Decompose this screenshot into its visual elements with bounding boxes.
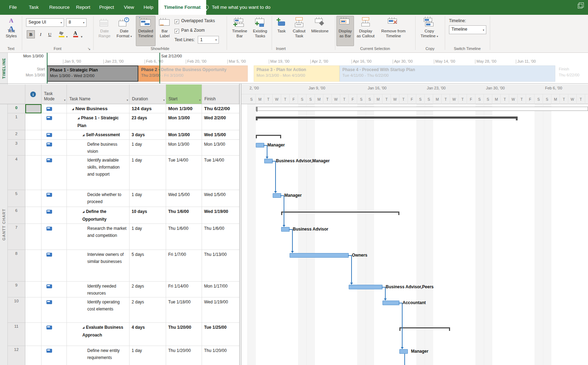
- insert-task-button[interactable]: Task: [274, 16, 289, 46]
- finish-cell[interactable]: Wed 1/5/00: [202, 130, 239, 140]
- info-cell[interactable]: [25, 140, 42, 156]
- task-name-cell[interactable]: Identify available skills, information a…: [67, 156, 129, 190]
- duration-cell[interactable]: 1 day: [129, 156, 166, 190]
- row-number[interactable]: 10: [8, 297, 25, 323]
- phase-summary-bar[interactable]: [256, 117, 518, 119]
- filter-arrow-icon[interactable]: ▾: [127, 99, 128, 102]
- task-bar[interactable]: [256, 143, 264, 147]
- row-number[interactable]: 3: [8, 140, 25, 156]
- duration-cell[interactable]: 1 day: [129, 346, 166, 365]
- text-text-styles-button[interactable]: AATextStyles: [3, 16, 20, 46]
- start-cell[interactable]: Mon 1/3/00: [166, 130, 202, 140]
- start-cell[interactable]: Mon 1/3/00: [166, 104, 202, 113]
- info-cell[interactable]: [25, 282, 42, 297]
- task-name-cell[interactable]: Identify operating cost elements: [67, 297, 129, 323]
- start-cell[interactable]: Mon 1/3/00: [166, 140, 202, 156]
- insert-milestone-button[interactable]: Milestone: [309, 16, 331, 46]
- filter-arrow-icon[interactable]: ▾: [163, 99, 165, 102]
- info-cell[interactable]: [25, 323, 42, 346]
- info-cell[interactable]: [25, 224, 42, 250]
- duration-cell[interactable]: 4 days: [129, 323, 166, 346]
- font-size-combobox[interactable]: 8▾: [66, 18, 87, 27]
- duration-cell[interactable]: 5 days: [129, 250, 166, 282]
- task-mode-cell[interactable]: [42, 282, 67, 297]
- start-cell[interactable]: Tue 1/18/00: [166, 297, 202, 323]
- duration-cell[interactable]: 1 day: [129, 140, 166, 156]
- info-cell[interactable]: [25, 346, 42, 365]
- collapse-triangle-icon[interactable]: ◢: [82, 133, 84, 137]
- menu-tab-project[interactable]: Project: [94, 0, 120, 15]
- checkbox-overlapped-tasks[interactable]: ✓Overlapped Tasks: [175, 18, 215, 23]
- task-mode-cell[interactable]: [42, 190, 67, 207]
- insert-timeline-bar-button[interactable]: TimelineBar: [229, 16, 250, 46]
- summary-bracket-bar[interactable]: [399, 327, 450, 328]
- showhide-date-format-button[interactable]: DateFormat ▾: [115, 16, 134, 46]
- gantt-timescale[interactable]: 2, '00Jan 9, '00Jan 16, '00Jan 23, '00Ja…: [241, 84, 588, 104]
- insert-existing-tasks-button[interactable]: ExistingTasks: [251, 16, 270, 46]
- info-cell[interactable]: [25, 250, 42, 282]
- collapse-triangle-icon[interactable]: ◢: [77, 117, 80, 120]
- underline-button[interactable]: U: [46, 30, 54, 38]
- row-number[interactable]: 2: [8, 130, 25, 140]
- column-header-info[interactable]: i: [25, 84, 42, 104]
- start-cell[interactable]: Thu 1/6/00: [166, 207, 202, 224]
- timeline-pane[interactable]: TIMELINE Mon 1/3/00Sat 2/12/00Jan 9, '00…: [0, 53, 588, 84]
- duration-cell[interactable]: 2 days: [129, 282, 166, 297]
- restore-window-icon[interactable]: [578, 4, 582, 8]
- copy-copy-timeline-button[interactable]: CopyTimeline ▾: [417, 16, 441, 46]
- showhide-bar-label-button[interactable]: BarLabel: [157, 16, 172, 46]
- column-header-num[interactable]: [8, 84, 25, 104]
- start-cell[interactable]: Mon 1/3/00: [166, 113, 202, 130]
- finish-cell[interactable]: Tue 1/25/00: [202, 323, 239, 346]
- finish-cell[interactable]: Wed 1/19/00: [202, 207, 239, 224]
- info-cell[interactable]: [25, 104, 42, 113]
- duration-cell[interactable]: 1 day: [129, 190, 166, 207]
- task-mode-cell[interactable]: [42, 113, 67, 130]
- task-mode-cell[interactable]: [42, 250, 67, 282]
- duration-cell[interactable]: 1 day: [129, 224, 166, 250]
- start-cell[interactable]: Thu 1/6/00: [166, 224, 202, 250]
- row-number[interactable]: 4: [8, 156, 25, 190]
- task-mode-cell[interactable]: [42, 346, 67, 365]
- column-header-fin[interactable]: Finish: [202, 84, 239, 104]
- menu-tab-help[interactable]: Help: [138, 0, 159, 15]
- info-cell[interactable]: [25, 130, 42, 140]
- task-bar[interactable]: [349, 285, 382, 289]
- task-name-cell[interactable]: ◢Evaluate Business Approach: [67, 323, 129, 346]
- font-name-combobox[interactable]: Segoe UI▾: [26, 18, 64, 27]
- selection-display-as-bar-button[interactable]: Displayas Bar: [336, 16, 354, 46]
- menu-tab-report[interactable]: Report: [70, 0, 96, 15]
- task-name-cell[interactable]: ◢Define the Opportunity: [67, 207, 129, 224]
- info-cell[interactable]: [25, 156, 42, 190]
- finish-cell[interactable]: Thu 1/20/00: [202, 346, 239, 365]
- gantt-chart-area[interactable]: 2, '00Jan 9, '00Jan 16, '00Jan 23, '00Ja…: [241, 84, 588, 365]
- row-number[interactable]: 6: [8, 207, 25, 224]
- info-cell[interactable]: [25, 113, 42, 130]
- task-name-cell[interactable]: ◢Self-Assessment: [67, 130, 129, 140]
- bold-button[interactable]: B: [27, 30, 35, 38]
- row-number[interactable]: 1: [8, 113, 25, 130]
- task-name-cell[interactable]: Decide whether to proceed: [67, 190, 129, 207]
- selection-remove-from-timeline-button[interactable]: ✕Remove fromTimeline: [377, 16, 410, 46]
- italic-button[interactable]: I: [37, 30, 45, 38]
- menu-tab-file[interactable]: File: [4, 0, 23, 15]
- task-name-cell[interactable]: Research the market and competition: [67, 224, 129, 250]
- menu-tab-timeline-format[interactable]: Timeline Format: [158, 0, 206, 15]
- finish-cell[interactable]: Mon 1/3/00: [202, 140, 239, 156]
- showhide-detailed-timeline-button[interactable]: DetailedTimeline: [136, 16, 156, 46]
- task-name-cell[interactable]: Define business vision: [67, 140, 129, 156]
- insert-callout-task-button[interactable]: CalloutTask: [290, 16, 308, 46]
- finish-cell[interactable]: Tue 1/4/00: [202, 156, 239, 190]
- task-mode-cell[interactable]: [42, 130, 67, 140]
- info-cell[interactable]: [25, 207, 42, 224]
- filter-arrow-icon[interactable]: ▾: [199, 99, 201, 102]
- collapse-triangle-icon[interactable]: ◢: [82, 210, 84, 213]
- task-bar[interactable]: [264, 159, 273, 163]
- switch-timeline-combobox[interactable]: Timeline▾: [449, 25, 486, 34]
- task-bar[interactable]: [382, 301, 399, 305]
- task-bar[interactable]: [290, 253, 349, 258]
- column-header-dur[interactable]: Duration▾: [129, 84, 166, 104]
- task-mode-cell[interactable]: [42, 104, 67, 113]
- collapse-triangle-icon[interactable]: ◢: [82, 326, 84, 329]
- finish-cell[interactable]: Wed 1/19/00: [202, 297, 239, 323]
